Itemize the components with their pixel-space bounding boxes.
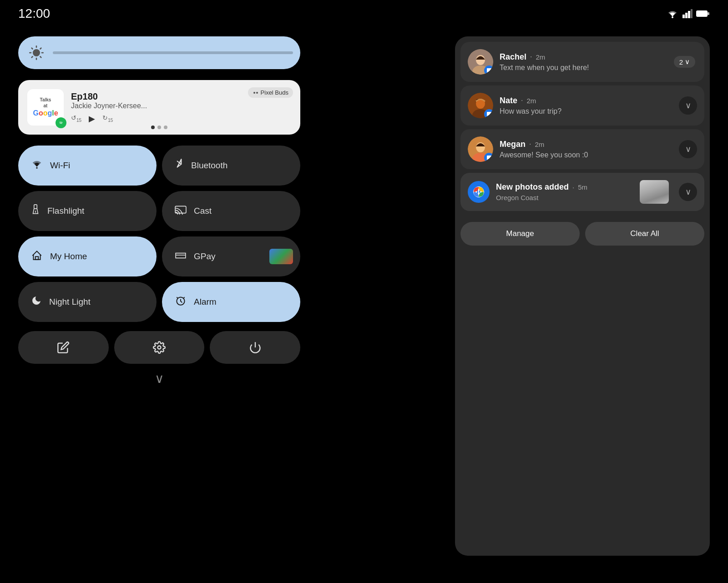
- flashlight-tile[interactable]: Flashlight: [18, 191, 157, 231]
- svg-point-15: [158, 346, 161, 349]
- message-badge-megan: [484, 153, 493, 162]
- svg-rect-3: [688, 11, 690, 18]
- notification-nate[interactable]: Nate · 2m How was your trip? ∨: [460, 85, 704, 126]
- quick-tiles-grid: Wi-Fi Bluetooth Flashlight: [18, 146, 300, 322]
- notif-content-rachel: Rachel · 2m Text me when you get here!: [500, 52, 667, 72]
- notif-message-megan: Awesome! See you soon :0: [500, 151, 672, 159]
- media-card[interactable]: Talksat Google Ep180 Jackie Joyner-Kerse…: [18, 80, 300, 135]
- media-dots: [151, 126, 167, 129]
- notification-actions: Manage Clear All: [455, 216, 710, 251]
- wifi-status-icon: [666, 9, 679, 18]
- svg-point-0: [672, 16, 673, 18]
- svg-rect-5: [696, 10, 708, 17]
- brightness-slider[interactable]: [18, 36, 300, 69]
- pixel-buds-badge: Pixel Buds: [248, 87, 293, 98]
- cast-label: Cast: [194, 206, 212, 216]
- bluetooth-icon: [175, 158, 184, 173]
- message-badge-nate: [484, 109, 493, 118]
- nightlight-label: Night Light: [49, 297, 91, 307]
- alarm-tile[interactable]: Alarm: [162, 282, 300, 322]
- gpay-label: GPay: [194, 251, 216, 261]
- notification-rachel[interactable]: Rachel · 2m Text me when you get here! 2…: [460, 42, 704, 82]
- status-bar: 12:00: [0, 0, 728, 27]
- forward-label: ↻15: [102, 114, 113, 123]
- svg-rect-1: [682, 15, 685, 18]
- notifications-panel: Rachel · 2m Text me when you get here! 2…: [455, 36, 710, 556]
- cast-tile[interactable]: Cast: [162, 191, 300, 231]
- gpay-card-preview: [269, 249, 293, 264]
- bottom-controls: [18, 331, 300, 364]
- photos-thumbnail: [640, 180, 669, 204]
- nightlight-tile[interactable]: Night Light: [18, 282, 157, 322]
- spotify-badge: [56, 117, 66, 128]
- moon-icon: [31, 295, 42, 309]
- notifications-list: Rachel · 2m Text me when you get here! 2…: [455, 36, 710, 216]
- clear-all-button[interactable]: Clear All: [585, 222, 704, 246]
- count-number: 2: [679, 58, 683, 66]
- notif-name-nate: Nate: [500, 96, 517, 106]
- wifi-label: Wi-Fi: [50, 161, 70, 171]
- flashlight-icon: [31, 204, 40, 218]
- svg-rect-10: [34, 205, 37, 209]
- photos-title: New photos added: [496, 182, 569, 192]
- avatar-rachel: [468, 49, 493, 75]
- album-art: Talksat Google: [27, 89, 64, 126]
- battery-icon: [696, 9, 710, 18]
- svg-rect-6: [708, 12, 709, 15]
- avatar-megan: [468, 136, 493, 162]
- notif-message-nate: How was your trip?: [500, 107, 672, 116]
- media-controls[interactable]: ↺15 ▶ ↻15: [71, 114, 291, 124]
- notif-time-nate: 2m: [526, 97, 536, 105]
- chevron-badge-icon: ∨: [685, 58, 690, 66]
- notif-message-rachel: Text me when you get here!: [500, 64, 667, 72]
- signal-icon: [682, 9, 693, 18]
- svg-rect-2: [685, 13, 688, 18]
- bluetooth-label: Bluetooth: [191, 161, 228, 171]
- media-artist: Jackie Joyner-Kersee...: [71, 102, 291, 110]
- notif-time-rachel: 2m: [536, 53, 545, 61]
- settings-button[interactable]: [114, 331, 205, 364]
- notif-header-rachel: Rachel · 2m: [500, 52, 667, 62]
- bluetooth-tile[interactable]: Bluetooth: [162, 146, 300, 186]
- message-badge-rachel: [484, 65, 493, 75]
- notif-name-megan: Megan: [500, 140, 526, 149]
- flashlight-label: Flashlight: [47, 206, 84, 216]
- gpay-icon: [175, 250, 187, 263]
- cast-icon: [175, 205, 187, 217]
- expand-megan[interactable]: ∨: [679, 140, 697, 158]
- svg-point-9: [36, 167, 37, 169]
- myhome-label: My Home: [50, 251, 87, 261]
- rewind-label: ↺15: [71, 114, 81, 123]
- wifi-tile[interactable]: Wi-Fi: [18, 146, 157, 186]
- wifi-icon: [31, 159, 43, 172]
- status-icons: [666, 9, 710, 18]
- status-time: 12:00: [18, 6, 50, 21]
- chevron-down-icon[interactable]: ∨: [18, 371, 300, 386]
- svg-rect-12: [175, 206, 186, 213]
- manage-button[interactable]: Manage: [460, 222, 580, 246]
- edit-button[interactable]: [18, 331, 109, 364]
- myhome-tile[interactable]: My Home: [18, 236, 157, 276]
- photos-notification[interactable]: New photos added · 5m Oregon Coast ∨: [460, 173, 704, 211]
- expand-nate[interactable]: ∨: [679, 96, 697, 115]
- photos-icon: [468, 181, 490, 203]
- count-badge-rachel[interactable]: 2 ∨: [674, 56, 695, 68]
- notif-time-megan: 2m: [535, 141, 544, 148]
- svg-point-7: [33, 50, 39, 55]
- play-button[interactable]: ▶: [89, 114, 95, 124]
- notif-header-nate: Nate · 2m: [500, 96, 672, 106]
- alarm-icon: [175, 295, 187, 309]
- svg-rect-13: [35, 256, 39, 260]
- brightness-icon: [25, 42, 47, 64]
- notif-content-nate: Nate · 2m How was your trip?: [500, 96, 672, 116]
- photos-content: New photos added · 5m Oregon Coast: [496, 182, 630, 201]
- photos-subtitle: Oregon Coast: [496, 194, 630, 201]
- photos-time: 5m: [578, 183, 587, 191]
- notification-megan[interactable]: Megan · 2m Awesome! See you soon :0 ∨: [460, 129, 704, 169]
- power-button[interactable]: [210, 331, 300, 364]
- avatar-nate: [468, 93, 493, 118]
- gpay-tile[interactable]: GPay: [162, 236, 300, 276]
- expand-photos[interactable]: ∨: [679, 183, 697, 201]
- left-panel: Talksat Google Ep180 Jackie Joyner-Kerse…: [18, 36, 300, 556]
- svg-rect-4: [691, 9, 693, 18]
